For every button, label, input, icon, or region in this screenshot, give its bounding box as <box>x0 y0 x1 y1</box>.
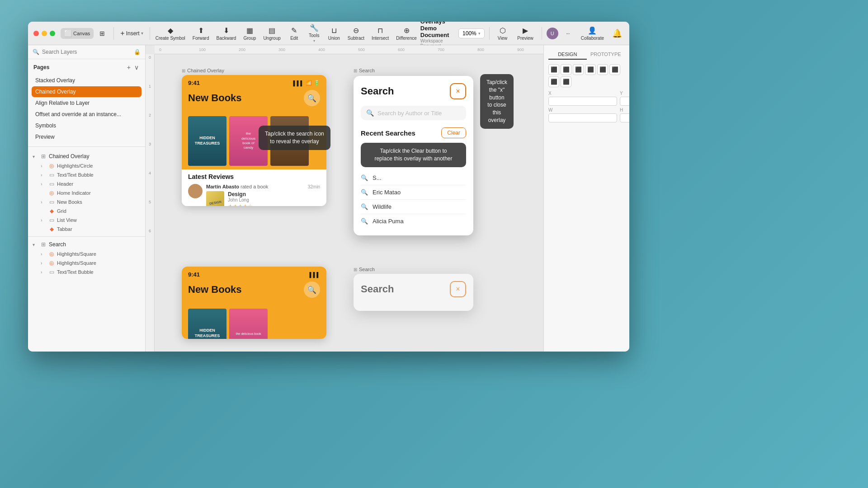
layer-group-chained[interactable]: ▾ ⊞ Chained Overlay <box>28 151 145 161</box>
page-item-symbols[interactable]: Symbols <box>32 120 142 131</box>
search-placeholder: Search by Author or Title <box>377 110 442 117</box>
w-input[interactable] <box>548 113 617 122</box>
group-btn[interactable]: ▦ Group <box>240 24 259 42</box>
group-label: Group <box>243 36 256 41</box>
book-thumbnail-design: DESIGN <box>206 191 224 206</box>
book-review-author-1: John Long <box>228 197 320 202</box>
zoom-control[interactable]: 100% ▾ <box>458 28 485 38</box>
search-icon: 🔍 <box>33 49 39 55</box>
status-time-2: 9:41 <box>188 271 200 278</box>
x-label: X <box>548 91 617 96</box>
expand-icon: ▾ <box>33 242 38 247</box>
subtract-btn[interactable]: ⊖ Subtract <box>344 24 368 42</box>
search-input-row[interactable]: 🔍 Search by Author or Title <box>361 106 466 120</box>
align-center-v-btn[interactable]: ⬛ <box>597 64 608 75</box>
zoom-value: 100% <box>462 30 476 37</box>
tab-design[interactable]: DESIGN <box>548 50 587 60</box>
newbooks-icon: ▭ <box>48 199 55 205</box>
backward-btn[interactable]: ⬇ Backward <box>212 24 240 42</box>
layer-grid[interactable]: ◆ Grid <box>28 206 145 216</box>
difference-btn[interactable]: ⊕ Difference <box>392 24 420 42</box>
reviewer-avatar-1 <box>188 184 203 198</box>
layer-header[interactable]: › ▭ Header <box>28 179 145 188</box>
insert-btn[interactable]: + Insert ▾ <box>116 28 147 39</box>
intersect-btn[interactable]: ⊓ Intersect <box>368 24 392 42</box>
collaborate-label: Collaborate <box>581 36 604 41</box>
collaborate-icon: 👤 <box>588 26 597 35</box>
search-result-3[interactable]: 🔍 Wildlife <box>361 200 466 214</box>
intersect-icon: ⊓ <box>377 26 383 35</box>
edit-btn[interactable]: ✎ Edit <box>284 24 304 42</box>
close-traffic-light[interactable] <box>33 31 39 36</box>
h-input[interactable] <box>620 113 629 122</box>
tooltip-clear-btn: Tap/click the Clear button toreplace thi… <box>361 143 466 167</box>
page-item-stacked[interactable]: Stacked Overlay <box>32 75 142 86</box>
search-circle-btn[interactable]: 🔍 <box>304 90 320 106</box>
layer-list-view[interactable]: › ▭ List View <box>28 216 145 225</box>
title-bar: ⬜ Canvas ⊞ + Insert ▾ ◆ Create Symbol ⬆ … <box>28 22 629 45</box>
edit-icon: ✎ <box>291 26 297 35</box>
forward-btn[interactable]: ⬆ Forward <box>189 24 213 42</box>
align-center-h-btn[interactable]: ⬛ <box>561 64 571 75</box>
battery-icon: 🔋 <box>314 80 320 86</box>
search-layers-input[interactable] <box>42 49 131 55</box>
difference-label: Difference <box>396 36 416 41</box>
page-item-chained[interactable]: Chained Overlay <box>32 86 142 97</box>
search-overlay-header: Search × <box>361 83 466 99</box>
view-btn[interactable]: ⬡ View <box>494 25 511 42</box>
add-page-btn[interactable]: + <box>126 63 132 72</box>
search-result-2[interactable]: 🔍 Eric Matao <box>361 185 466 200</box>
align-bottom-btn[interactable]: ⬛ <box>609 64 620 75</box>
x-input[interactable] <box>548 97 617 106</box>
notifications-btn[interactable]: 🔔 <box>610 27 624 40</box>
signal-icon: ▌▌▌ <box>293 80 304 86</box>
frame-label-chained: ⊞ Chained Overlay <box>182 68 326 73</box>
distribute-v-btn[interactable]: ⬛ <box>561 76 571 87</box>
reviewer-name-1: Martín Abasto rated a book <box>206 184 268 189</box>
tab-prototype[interactable]: PROTOTYPE <box>587 50 625 60</box>
minimize-traffic-light[interactable] <box>42 31 47 36</box>
page-item-preview[interactable]: Preview <box>32 131 142 142</box>
layer-home-indicator[interactable]: ◎ Home Indicator <box>28 188 145 197</box>
search-circle-btn-2[interactable]: 🔍 <box>304 282 320 298</box>
distribute-h-btn[interactable]: ⬛ <box>548 76 559 87</box>
tools-btn[interactable]: 🔧 Tools ▾ <box>304 22 324 45</box>
union-btn[interactable]: ⊔ Union <box>324 24 344 42</box>
canvas-view-btn[interactable]: ⬜ Canvas <box>61 28 94 39</box>
layer-new-books[interactable]: › ▭ New Books <box>28 197 145 206</box>
layer-highlights-circle[interactable]: › ◎ Highlights/Circle <box>28 161 145 170</box>
grid-view-btn[interactable]: ⊞ <box>95 28 109 39</box>
layer-text-bubble[interactable]: › ▭ Text/Text Bubble <box>28 170 145 179</box>
backward-icon: ⬇ <box>223 26 229 35</box>
phone-header-2: 9:41 ▌▌▌ New Books 🔍 <box>182 267 326 305</box>
layer-highlights-sq1[interactable]: › ◎ Highlights/Square <box>28 249 145 258</box>
page-item-offset[interactable]: Offset and override at an instance... <box>32 109 142 120</box>
listview-icon: ▭ <box>48 217 55 223</box>
create-symbol-btn[interactable]: ◆ Create Symbol <box>152 24 189 42</box>
page-item-align[interactable]: Align Relative to Layer <box>32 98 142 108</box>
more-btn[interactable]: ··· <box>561 27 575 40</box>
fullscreen-traffic-light[interactable] <box>50 31 55 36</box>
ungroup-btn[interactable]: ▤ Ungroup <box>259 24 284 42</box>
align-top-btn[interactable]: ⬛ <box>585 64 596 75</box>
pages-header: Pages + ∨ <box>28 59 145 74</box>
layer-text-bubble2[interactable]: › ▭ Text/Text Bubble <box>28 267 145 277</box>
collaborate-btn[interactable]: 👤 Collaborate <box>577 25 608 42</box>
align-right-btn[interactable]: ⬛ <box>573 64 584 75</box>
close-overlay-btn-2[interactable]: × <box>450 281 466 297</box>
close-overlay-btn[interactable]: × <box>450 83 466 99</box>
zoom-chevron: ▾ <box>478 31 481 36</box>
layer-tabbar[interactable]: ◆ Tabbar <box>28 225 145 234</box>
clear-btn[interactable]: Clear <box>441 127 466 138</box>
search-result-4[interactable]: 🔍 Alicia Puma <box>361 214 466 228</box>
coords-xy: X Y <box>548 91 625 106</box>
user-avatar[interactable]: U <box>547 28 558 39</box>
search-result-1[interactable]: 🔍 S... <box>361 171 466 185</box>
pages-chevron[interactable]: ∨ <box>133 63 140 72</box>
preview-btn[interactable]: ▶ Preview <box>514 25 537 42</box>
y-input[interactable] <box>620 97 629 106</box>
layer-group-search[interactable]: ▾ ⊞ Search <box>28 239 145 249</box>
layer-highlights-sq2[interactable]: › ◎ Highlights/Square <box>28 258 145 267</box>
align-left-btn[interactable]: ⬛ <box>548 64 559 75</box>
layers-panel: ▾ ⊞ Chained Overlay › ◎ Highlights/Circl… <box>28 150 145 278</box>
